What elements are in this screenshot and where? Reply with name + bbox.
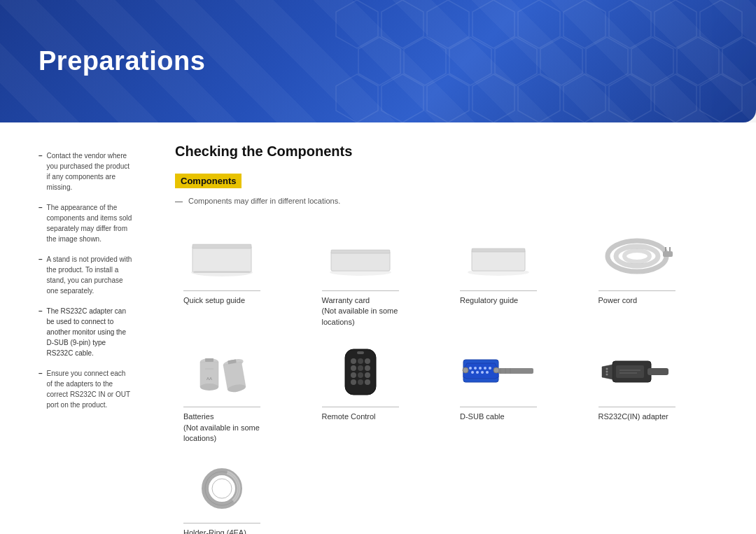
component-warranty-card: Warranty card (Not available in some loc… bbox=[314, 223, 452, 339]
svg-point-44 bbox=[469, 367, 472, 370]
svg-rect-65 bbox=[616, 365, 644, 378]
svg-point-46 bbox=[479, 367, 482, 370]
svg-point-52 bbox=[486, 371, 489, 374]
svg-rect-14 bbox=[663, 251, 673, 257]
svg-point-48 bbox=[489, 367, 491, 370]
components-badge: Components bbox=[175, 174, 241, 188]
quick-setup-guide-image bbox=[183, 230, 260, 282]
svg-rect-41 bbox=[357, 351, 364, 354]
dsub-cable-image bbox=[460, 346, 537, 398]
component-rs232c-adapter: RS232C(IN) adapter bbox=[590, 339, 729, 455]
svg-rect-28 bbox=[345, 349, 376, 395]
header-banner: Preparations bbox=[0, 0, 756, 122]
component-dsub-cable: D-SUB cable bbox=[451, 339, 590, 455]
svg-rect-20 bbox=[205, 358, 214, 362]
svg-point-13 bbox=[624, 251, 650, 262]
component-power-cord: Power cord bbox=[590, 223, 729, 339]
rs232c-adapter-label: RS232C(IN) adapter bbox=[598, 407, 676, 422]
svg-point-62 bbox=[606, 368, 608, 370]
svg-point-30 bbox=[358, 358, 363, 364]
quick-setup-guide-label: Quick setup guide bbox=[183, 290, 260, 306]
svg-point-51 bbox=[481, 371, 484, 374]
svg-text:AA: AA bbox=[206, 377, 212, 381]
svg-point-50 bbox=[476, 371, 479, 374]
component-regulatory-guide: Regulatory guide bbox=[451, 223, 590, 339]
sidebar-item-3: – A stand is not provided with the produ… bbox=[38, 254, 133, 296]
remote-control-image bbox=[322, 346, 399, 398]
dsub-cable-label: D-SUB cable bbox=[460, 407, 537, 422]
component-remote-control: Remote Control bbox=[314, 339, 452, 455]
svg-rect-4 bbox=[194, 271, 250, 273]
component-quick-setup-guide: Quick setup guide bbox=[175, 223, 314, 339]
svg-point-38 bbox=[351, 379, 356, 385]
svg-point-37 bbox=[365, 372, 370, 378]
svg-rect-2 bbox=[192, 246, 251, 272]
svg-rect-60 bbox=[648, 368, 668, 375]
svg-marker-43 bbox=[463, 363, 498, 379]
sidebar-item-1: – Contact the vendor where you purchased… bbox=[38, 150, 133, 192]
svg-point-19 bbox=[200, 384, 218, 391]
svg-rect-9 bbox=[472, 250, 525, 271]
svg-rect-18 bbox=[200, 362, 218, 387]
svg-rect-6 bbox=[331, 251, 390, 271]
rs232c-adapter-image bbox=[598, 346, 676, 398]
section-title: Checking the Components bbox=[175, 143, 728, 160]
content-area: Checking the Components Components Compo… bbox=[147, 143, 756, 534]
remote-control-label: Remote Control bbox=[322, 407, 399, 422]
svg-point-64 bbox=[606, 374, 608, 376]
sidebar-item-4: – The RS232C adapter can be used to conn… bbox=[38, 306, 133, 358]
svg-point-47 bbox=[484, 367, 486, 370]
svg-rect-3 bbox=[192, 244, 251, 248]
svg-point-54 bbox=[493, 367, 499, 373]
svg-point-40 bbox=[365, 379, 370, 385]
hex-pattern-decoration bbox=[336, 0, 756, 122]
svg-point-49 bbox=[471, 371, 474, 374]
warranty-card-label: Warranty card (Not available in some loc… bbox=[322, 290, 399, 328]
page-title: Preparations bbox=[38, 46, 205, 76]
svg-point-70 bbox=[212, 479, 232, 498]
svg-point-36 bbox=[358, 372, 363, 378]
svg-rect-10 bbox=[472, 248, 525, 252]
svg-rect-7 bbox=[331, 250, 390, 253]
component-batteries: AA Batteries (Not available in some loc bbox=[175, 339, 314, 455]
svg-point-32 bbox=[351, 365, 356, 371]
svg-point-53 bbox=[463, 367, 468, 373]
sidebar: – Contact the vendor where you purchased… bbox=[0, 143, 147, 534]
sidebar-item-5: – Ensure you connect each of the adapter… bbox=[38, 368, 133, 410]
components-note: Components may differ in different locat… bbox=[175, 197, 728, 205]
svg-point-45 bbox=[474, 367, 477, 370]
power-cord-label: Power cord bbox=[598, 290, 676, 306]
components-grid: Quick setup guide Warranty card (Not ava… bbox=[175, 223, 728, 534]
svg-point-33 bbox=[358, 365, 363, 371]
holder-ring-image bbox=[183, 462, 260, 514]
batteries-label: Batteries (Not available in some locatio… bbox=[183, 407, 260, 444]
main-content: – Contact the vendor where you purchased… bbox=[0, 122, 756, 534]
holder-ring-label: Holder-Ring (4EA) bbox=[183, 523, 260, 534]
power-cord-image bbox=[598, 230, 676, 282]
svg-point-39 bbox=[358, 379, 363, 385]
svg-point-31 bbox=[365, 358, 370, 364]
regulatory-guide-label: Regulatory guide bbox=[460, 290, 537, 306]
component-holder-ring: Holder-Ring (4EA) bbox=[175, 455, 314, 534]
warranty-card-image bbox=[322, 230, 399, 282]
svg-point-35 bbox=[351, 372, 356, 378]
svg-point-29 bbox=[351, 358, 356, 364]
sidebar-item-2: – The appearance of the components and i… bbox=[38, 202, 133, 244]
svg-point-34 bbox=[365, 365, 370, 371]
svg-rect-55 bbox=[498, 368, 533, 374]
svg-point-63 bbox=[606, 371, 608, 373]
batteries-image: AA bbox=[183, 346, 260, 398]
regulatory-guide-image bbox=[460, 230, 537, 282]
